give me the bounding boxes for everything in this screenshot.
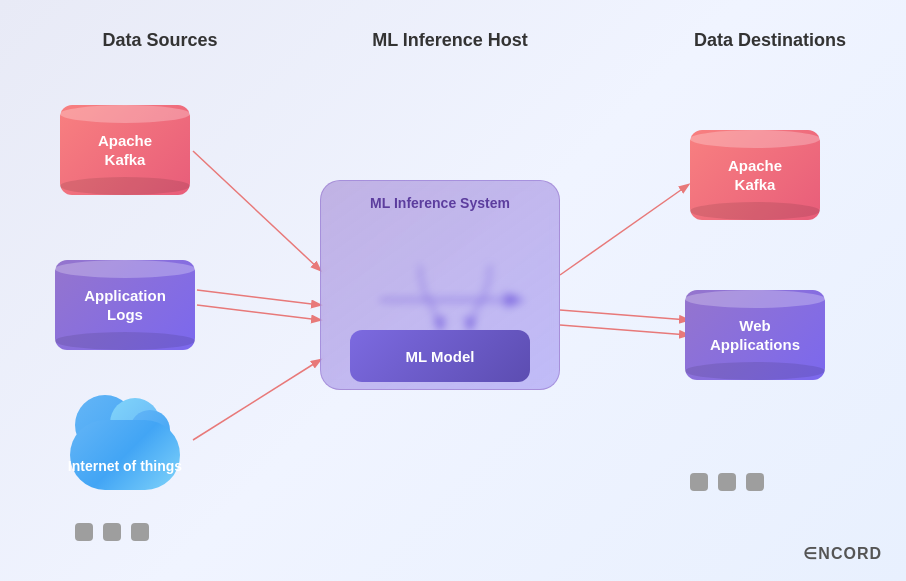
source-iot-container: Internet of things	[60, 390, 190, 500]
svg-line-6	[560, 310, 688, 320]
source-iot-label: Internet of things	[60, 457, 190, 475]
encord-logo: ∈NCORD	[803, 544, 882, 563]
source-kafka-label: ApacheKafka	[98, 131, 152, 170]
source-applogs-label: ApplicationLogs	[84, 286, 166, 325]
dot-left-3	[131, 523, 149, 541]
dest-kafka-cylinder: ApacheKafka	[690, 130, 820, 220]
svg-line-5	[560, 185, 688, 275]
ml-model-label: ML Model	[406, 348, 475, 365]
dot-right-1	[690, 473, 708, 491]
ml-model-box: ML Model	[350, 330, 530, 382]
diagram-container: Data Sources ML Inference Host Data Dest…	[0, 0, 906, 581]
dots-right	[690, 473, 764, 491]
source-iot-cloud: Internet of things	[60, 390, 190, 490]
sources-header: Data Sources	[60, 30, 260, 51]
svg-line-3	[193, 360, 320, 440]
dots-left	[75, 523, 149, 541]
svg-line-2	[197, 305, 320, 320]
dest-webapps-cylinder: WebApplications	[685, 290, 825, 380]
dest-kafka-label: ApacheKafka	[728, 156, 782, 195]
source-applogs-cylinder: ApplicationLogs	[55, 260, 195, 350]
dot-right-3	[746, 473, 764, 491]
svg-line-0	[193, 151, 320, 270]
encord-logo-text: ∈NCORD	[803, 545, 882, 562]
cloud-body	[70, 420, 180, 490]
source-kafka-cylinder: ApacheKafka	[60, 105, 190, 195]
ml-system-label: ML Inference System	[321, 195, 559, 211]
svg-line-7	[560, 325, 688, 335]
dot-right-2	[718, 473, 736, 491]
dot-left-2	[103, 523, 121, 541]
dest-webapps-label: WebApplications	[710, 316, 800, 355]
destinations-header: Data Destinations	[660, 30, 880, 51]
inference-header: ML Inference Host	[330, 30, 570, 51]
svg-line-1	[197, 290, 320, 305]
dot-left-1	[75, 523, 93, 541]
